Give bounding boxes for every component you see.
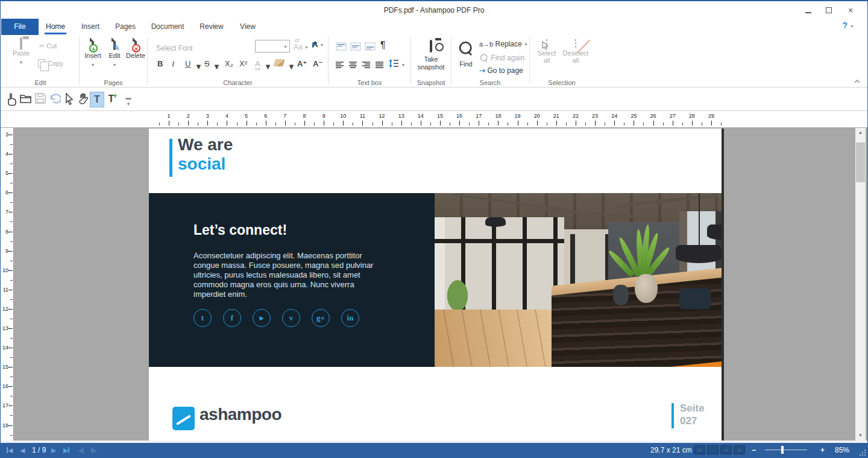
italic-button[interactable]: I xyxy=(172,59,174,69)
tab-review[interactable]: Review xyxy=(196,19,227,35)
textbox-align-middle-icon[interactable] xyxy=(350,42,361,53)
cut-button[interactable]: ✂ Cut xyxy=(39,42,57,54)
scroll-down-icon[interactable]: ▼ xyxy=(855,431,866,441)
highlight-button[interactable] xyxy=(274,59,284,68)
tab-view[interactable]: View xyxy=(236,19,260,35)
document-size-label: 29.7 x 21 cm xyxy=(650,443,692,457)
copy-button[interactable]: Copy xyxy=(38,59,63,71)
header-accent-bar xyxy=(169,139,172,177)
edit-page-button[interactable]: ✎ Edit ▼ xyxy=(104,39,125,70)
find-again-button[interactable]: Find again xyxy=(479,53,524,63)
strikethrough-caret[interactable]: ▼ xyxy=(213,62,221,71)
grow-font-button[interactable]: A⁺ xyxy=(297,59,307,68)
zoom-slider-handle[interactable] xyxy=(781,446,784,454)
viewmode-facing-pages-icon[interactable]: ▯▯ xyxy=(734,445,745,454)
pan-hand-tool[interactable] xyxy=(77,92,91,107)
page-footer-section: ashampoo Seite027 xyxy=(149,367,722,443)
tab-document[interactable]: Document xyxy=(148,19,187,35)
viewmode-1to1-icon[interactable]: 1:1 xyxy=(694,445,705,454)
add-text-tool[interactable]: T+ xyxy=(105,92,120,107)
social-google-plus-icon[interactable]: g+ xyxy=(312,309,330,327)
social-facebook-icon[interactable]: f xyxy=(223,309,241,327)
underline-color-caret[interactable]: ▼ xyxy=(264,62,272,71)
social-vimeo-icon[interactable]: v xyxy=(282,309,300,327)
undo-button[interactable] xyxy=(48,92,62,107)
character-spacing-icon[interactable]: Aa ▼ xyxy=(294,43,309,51)
align-justify-icon[interactable] xyxy=(376,60,384,71)
connect-heading: Let’s connect! xyxy=(193,222,287,238)
last-page-button[interactable]: ▶ xyxy=(63,443,69,457)
replace-button[interactable]: a→b Replace ▼ xyxy=(479,40,528,48)
pointer-hand-tool[interactable] xyxy=(4,92,19,107)
insert-page-button[interactable]: + Insert ▼ xyxy=(82,39,104,70)
next-view-button[interactable]: ▶ xyxy=(91,443,97,457)
select-font-label: Select Font xyxy=(156,44,193,52)
pdf-page[interactable]: We are social Let’s connect! Aconsectetu… xyxy=(149,129,722,443)
select-cursor-tool[interactable] xyxy=(62,92,77,107)
resize-grip[interactable] xyxy=(860,450,866,456)
toolbar-customize-button[interactable]: ▬▾ xyxy=(121,92,136,107)
zoom-slider[interactable] xyxy=(765,443,807,457)
save-button[interactable] xyxy=(33,92,48,107)
take-snapshot-button[interactable]: Take snapshot xyxy=(414,41,448,71)
open-file-button[interactable] xyxy=(19,92,33,107)
font-size-combobox[interactable]: ▼ xyxy=(255,40,290,52)
page-indicator[interactable]: 1 / 9 xyxy=(32,443,46,457)
next-page-button[interactable]: ▶ xyxy=(51,443,56,457)
align-right-icon[interactable] xyxy=(362,60,371,71)
text-direction-icon[interactable]: A ▼ xyxy=(312,40,324,49)
find-button[interactable]: Find xyxy=(454,41,478,68)
underline-caret[interactable]: ▼ xyxy=(195,62,203,71)
close-button[interactable]: × xyxy=(842,5,859,16)
tab-pages[interactable]: Pages xyxy=(112,19,139,35)
deselect-all-button[interactable]: Deselect all xyxy=(561,40,590,64)
tab-file[interactable]: File xyxy=(1,19,39,35)
group-label-snapshot: Snapshot xyxy=(411,79,451,86)
delete-page-button[interactable]: × Delete xyxy=(124,39,147,59)
first-page-button[interactable]: ◀ xyxy=(7,443,13,457)
align-center-icon[interactable] xyxy=(349,60,357,71)
vertical-scrollbar[interactable]: ▲ ▼ xyxy=(855,128,866,441)
social-linkedin-icon[interactable]: in xyxy=(341,309,359,327)
select-all-button[interactable]: Select all xyxy=(533,40,560,64)
underline-color-button[interactable]: A xyxy=(255,59,260,70)
previous-page-button[interactable]: ◀ xyxy=(20,443,25,457)
textbox-align-top-icon[interactable] xyxy=(336,42,347,53)
viewmode-single-page-icon[interactable]: ▭ xyxy=(720,445,732,454)
collapse-ribbon-button[interactable] xyxy=(854,75,860,86)
textbox-align-bottom-icon[interactable] xyxy=(365,42,376,53)
minimize-button[interactable] xyxy=(800,5,817,16)
bold-button[interactable]: B xyxy=(157,59,163,68)
zoom-in-button[interactable]: + xyxy=(820,443,825,457)
maximize-button[interactable] xyxy=(820,5,837,16)
scroll-up-icon[interactable]: ▲ xyxy=(855,128,866,138)
ribbon-group-edit: Paste ▼ ✂ Cut Copy Edit xyxy=(2,35,79,87)
viewmode-fit-width-icon[interactable]: ↔ xyxy=(707,445,719,454)
highlight-caret[interactable]: ▼ xyxy=(288,62,295,71)
zoom-out-button[interactable]: − xyxy=(752,443,756,457)
zoom-percentage[interactable]: 85% xyxy=(835,443,849,457)
document-workspace: We are social Let’s connect! Aconsectetu… xyxy=(1,128,867,443)
strikethrough-button[interactable]: S xyxy=(204,59,210,68)
go-to-page-button[interactable]: ➝ Go to page xyxy=(479,66,523,75)
social-youtube-icon[interactable]: ▸ xyxy=(253,309,271,327)
tab-home[interactable]: Home xyxy=(42,19,69,35)
line-spacing-icon[interactable]: ▼ xyxy=(389,59,405,70)
paste-button[interactable]: Paste ▼ xyxy=(8,39,34,68)
align-left-icon[interactable] xyxy=(336,60,344,71)
superscript-button[interactable]: X² xyxy=(239,59,247,68)
subscript-button[interactable]: X₂ xyxy=(225,59,233,68)
help-button[interactable]: ? ▼ xyxy=(843,21,854,30)
pilcrow-button[interactable]: ¶ xyxy=(380,40,386,51)
tab-insert[interactable]: Insert xyxy=(77,19,104,35)
office-photo xyxy=(435,193,722,367)
shrink-font-button[interactable]: A⁻ xyxy=(313,59,322,68)
scrollbar-thumb[interactable] xyxy=(856,142,865,182)
underline-button[interactable]: U xyxy=(185,59,190,68)
title-bar: PDFs.pdf - Ashampoo PDF Pro × xyxy=(1,1,867,19)
previous-view-button[interactable]: ◀ xyxy=(78,443,84,457)
page-pencil-icon: ✎ xyxy=(113,37,116,50)
text-tool[interactable]: T xyxy=(90,92,104,107)
social-twitter-icon[interactable]: t xyxy=(193,309,212,327)
page-header-section: We are social xyxy=(149,129,722,193)
